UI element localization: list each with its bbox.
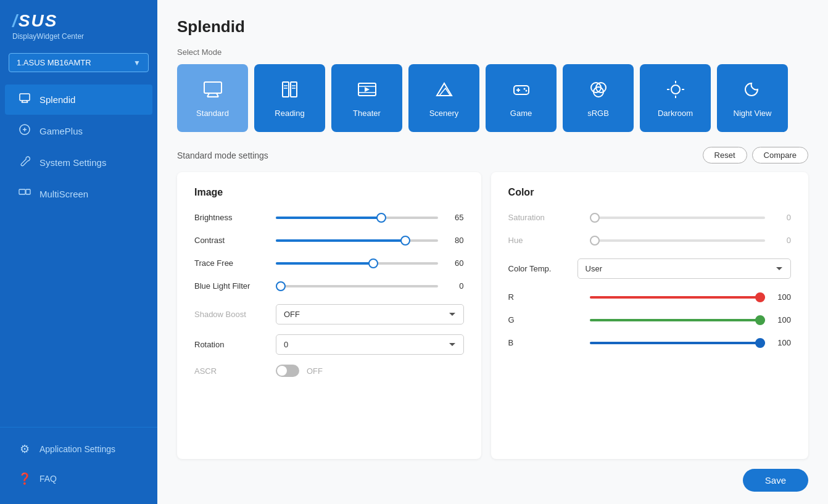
hue-value: 0	[772, 236, 791, 245]
b-fill	[590, 342, 765, 344]
sidebar-item-label: FAQ	[39, 474, 57, 484]
sidebar-nav: Splendid GamePlus System Settings MultiS…	[0, 78, 157, 255]
r-track[interactable]	[590, 296, 765, 299]
app-logo: /SUS	[12, 11, 57, 31]
mode-card-theater[interactable]: Theater	[331, 64, 402, 132]
blue-light-label: Blue Light Filter	[194, 281, 268, 291]
scenery-icon	[433, 78, 455, 104]
mode-label: Game	[510, 109, 532, 118]
blue-light-value: 0	[445, 281, 464, 291]
app-subtitle: DisplayWidget Center	[12, 32, 84, 41]
theater-icon	[356, 78, 378, 104]
color-panel-title: Color	[508, 187, 791, 198]
srgb-icon	[587, 78, 610, 104]
contrast-fill	[276, 239, 405, 242]
settings-header: Standard mode settings Reset Compare	[177, 147, 808, 163]
rotation-select[interactable]: 0 90 180 270	[276, 334, 464, 355]
b-thumb[interactable]	[755, 338, 765, 348]
mode-card-night-view[interactable]: Night View	[717, 64, 788, 132]
color-temp-select[interactable]: User 4000K 5000K 6500K 7500K 9300K 10000…	[578, 258, 791, 279]
device-selector[interactable]: 1.ASUS MB16AMTR ▼	[9, 53, 149, 72]
page-title: Splendid	[177, 17, 808, 36]
shadow-boost-label: Shadow Boost	[194, 310, 268, 319]
svg-point-29	[525, 90, 527, 92]
saturation-row: Saturation 0	[508, 213, 791, 222]
sidebar-item-system-settings[interactable]: System Settings	[5, 147, 152, 178]
save-button[interactable]: Save	[743, 469, 808, 492]
g-track[interactable]	[590, 319, 765, 321]
sidebar-item-label: MultiScreen	[39, 189, 88, 199]
contrast-track[interactable]	[276, 239, 438, 242]
monitor-icon	[17, 92, 32, 107]
r-thumb[interactable]	[755, 292, 765, 302]
hue-row: Hue 0	[508, 236, 791, 245]
brightness-thumb[interactable]	[376, 213, 386, 223]
mode-card-standard[interactable]: Standard	[177, 64, 248, 132]
blue-light-row: Blue Light Filter 0	[194, 281, 464, 291]
g-slider-row: G 100	[508, 315, 791, 324]
color-temp-label: Color Temp.	[508, 264, 570, 273]
sidebar-item-label: Application Settings	[39, 444, 115, 454]
sidebar: /SUS DisplayWidget Center 1.ASUS MB16AMT…	[0, 0, 157, 504]
sidebar-item-label: System Settings	[39, 157, 106, 168]
gear-icon: ⚙	[17, 442, 32, 456]
game-icon	[510, 78, 532, 104]
mode-label: Theater	[353, 109, 381, 118]
r-fill	[590, 296, 765, 299]
g-thumb[interactable]	[755, 315, 765, 325]
ascr-label: ASCR	[194, 366, 268, 376]
svg-point-33	[671, 85, 680, 94]
r-label: R	[508, 292, 582, 302]
darkroom-icon	[664, 78, 687, 104]
mode-label: Scenery	[429, 109, 459, 118]
color-temp-row: Color Temp. User 4000K 5000K 6500K 7500K…	[508, 258, 791, 279]
logo-area: /SUS DisplayWidget Center	[0, 0, 157, 47]
brightness-track[interactable]	[276, 217, 438, 219]
color-panel: Color Saturation 0 Hue 0	[491, 172, 808, 459]
svg-rect-8	[26, 189, 30, 194]
rotation-label: Rotation	[194, 340, 268, 349]
mode-card-reading[interactable]: Reading	[254, 64, 325, 132]
brightness-value: 65	[445, 213, 464, 222]
shadow-boost-select[interactable]: OFF Level 1 Level 2 Level 3	[276, 304, 464, 324]
contrast-label: Contrast	[194, 236, 268, 245]
reset-button[interactable]: Reset	[703, 147, 747, 163]
trace-free-track[interactable]	[276, 262, 438, 265]
mode-card-scenery[interactable]: Scenery	[408, 64, 479, 132]
hue-track	[590, 239, 765, 242]
svg-rect-14	[291, 82, 297, 97]
sidebar-item-label: GamePlus	[39, 126, 83, 136]
sidebar-item-multiscreen[interactable]: MultiScreen	[5, 179, 152, 209]
chevron-down-icon: ▼	[133, 59, 141, 67]
settings-panels: Image Brightness 65 Contrast 80	[177, 172, 808, 459]
mode-card-game[interactable]: Game	[486, 64, 557, 132]
blue-light-thumb[interactable]	[276, 281, 286, 291]
mode-label: sRGB	[587, 109, 609, 118]
svg-rect-7	[19, 189, 25, 194]
contrast-thumb[interactable]	[400, 236, 410, 246]
g-label: G	[508, 315, 582, 324]
blue-light-track[interactable]	[276, 285, 438, 287]
settings-actions: Reset Compare	[703, 147, 808, 163]
sidebar-item-faq[interactable]: ❓ FAQ	[5, 465, 152, 493]
trace-free-thumb[interactable]	[368, 258, 378, 268]
trace-free-value: 60	[445, 258, 464, 268]
sidebar-item-label: Splendid	[39, 94, 75, 105]
device-name: 1.ASUS MB16AMTR	[17, 58, 91, 67]
ascr-toggle[interactable]	[276, 365, 299, 377]
rotation-row: Rotation 0 90 180 270	[194, 334, 464, 355]
compare-button[interactable]: Compare	[752, 147, 808, 163]
g-value: 100	[772, 315, 791, 324]
sidebar-item-app-settings[interactable]: ⚙ Application Settings	[5, 435, 152, 463]
trace-free-row: Trace Free 60	[194, 258, 464, 268]
mode-card-darkroom[interactable]: Darkroom	[640, 64, 711, 132]
b-track[interactable]	[590, 342, 765, 344]
contrast-row: Contrast 80	[194, 236, 464, 245]
ascr-row: ASCR OFF	[194, 365, 464, 377]
sidebar-item-gameplus[interactable]: GamePlus	[5, 116, 152, 146]
sidebar-item-splendid[interactable]: Splendid	[5, 85, 152, 115]
wrench-icon	[17, 155, 32, 170]
mode-card-srgb[interactable]: sRGB	[563, 64, 634, 132]
mode-label: Reading	[275, 109, 304, 118]
b-slider-row: B 100	[508, 338, 791, 347]
